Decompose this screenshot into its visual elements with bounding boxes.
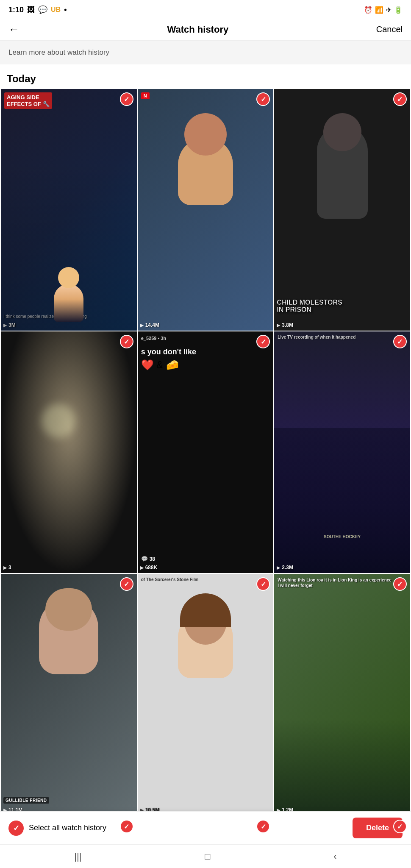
select-all-container: ✓ Select all watch history [8, 821, 106, 836]
ub-icon: UB [51, 6, 61, 14]
video-6-check[interactable]: ✓ [393, 335, 407, 348]
page-title: Watch history [167, 24, 229, 35]
section-title-today: Today [0, 64, 411, 89]
airplane-icon: ✈ [386, 6, 392, 14]
messenger-icon: 💬 [38, 5, 47, 14]
alarm-icon: ⏰ [364, 6, 372, 14]
nav-home-button[interactable]: □ [205, 851, 210, 862]
video-4-check[interactable]: ✓ [120, 335, 133, 348]
video-7-label: GULLIBLE FRIEND [3, 796, 122, 804]
video-2-head [184, 113, 227, 156]
video-item-4[interactable]: ▶ 3 ✓ [1, 331, 137, 573]
video-4-light [42, 404, 75, 438]
photo-icon: 🖼 [27, 6, 35, 14]
video-item-3[interactable]: CHILD MOLESTORSIN PRISON ▶ 3.8M ✓ [274, 89, 410, 331]
wifi-icon: 📶 [375, 6, 383, 14]
video-2-stats: ▶ 14.4M [140, 322, 258, 328]
video-7-check[interactable]: ✓ [120, 577, 133, 591]
cancel-button[interactable]: Cancel [376, 25, 403, 34]
video-9-check[interactable]: ✓ [393, 577, 407, 591]
video-3-text: CHILD MOLESTORSIN PRISON [274, 299, 410, 314]
status-bar-left: 1:10 🖼 💬 UB • [8, 5, 67, 14]
video-5-handle: e_5259 • 3h [141, 336, 167, 341]
video-item-6[interactable]: Live TV recording of when it happened SO… [274, 331, 410, 573]
home-indicator: ||| □ ‹ [0, 844, 411, 868]
video-item-8[interactable]: of The Sorcerer's Stone Film ▶ 10.5M ✓ [138, 574, 274, 815]
video-item-9[interactable]: Watching this Lion roa it is in Lion Kin… [274, 574, 410, 815]
info-banner[interactable]: Learn more about watch history [0, 41, 411, 64]
video-6-stats: ▶ 2.3M [277, 565, 395, 570]
video-10-check[interactable]: ✓ [120, 820, 133, 833]
bottom-action-bar: ✓ Select all watch history Delete [0, 811, 411, 844]
video-4-bg [1, 331, 137, 573]
info-banner-text: Learn more about watch history [8, 48, 109, 56]
video-1-top-text: AGING SIDEEFFECTS OF 🔧 [4, 92, 52, 109]
video-5-stats: ▶ 688K [140, 565, 258, 570]
video-3-stats: ▶ 3.8M [277, 322, 395, 328]
video-6-caption: Live TV recording of when it happened [278, 335, 393, 339]
battery-icon: 🔋 [394, 6, 403, 14]
select-all-label: Select all watch history [29, 823, 106, 832]
video-3-check[interactable]: ✓ [393, 92, 407, 106]
video-grid: AGING SIDEEFFECTS OF 🔧 ▶ 3M I think some… [0, 89, 411, 868]
video-1-check[interactable]: ✓ [120, 92, 133, 106]
video-item-2[interactable]: N ▶ 14.4M ✓ [138, 89, 274, 331]
video-5-comments: 💬 38 [141, 556, 155, 562]
video-item-5[interactable]: e_5259 • 3h s you don't like ❤️ & 🧀 💬 38… [138, 331, 274, 573]
video-5-emoji: ❤️ & 🧀 [141, 359, 179, 371]
nav-recent-button[interactable]: ||| [74, 851, 81, 862]
netflix-badge: N [141, 92, 150, 99]
video-12-check[interactable]: ✓ [393, 820, 407, 833]
video-7-head [45, 588, 92, 631]
status-bar-right: ⏰ 📶 ✈ 🔋 [364, 6, 403, 14]
status-bar: 1:10 🖼 💬 UB • ⏰ 📶 ✈ 🔋 [0, 0, 411, 19]
video-item-1[interactable]: AGING SIDEEFFECTS OF 🔧 ▶ 3M I think some… [1, 89, 137, 331]
video-item-7[interactable]: GULLIBLE FRIEND ▶ 11.1M ✓ [1, 574, 137, 815]
nav-bar: ← Watch history Cancel [0, 19, 411, 41]
video-8-top-text: of The Sorcerer's Stone Film [141, 577, 257, 582]
video-4-stats: ▶ 3 [3, 565, 122, 570]
video-9-caption: Watching this Lion roa it is in Lion Kin… [278, 577, 393, 588]
video-6-jersey: SOUTHE HOCKEY [324, 534, 361, 539]
back-button[interactable]: ← [8, 23, 19, 36]
nav-back-button[interactable]: ‹ [333, 851, 336, 862]
dot-icon: • [64, 6, 67, 14]
select-all-checkbox[interactable]: ✓ [8, 821, 24, 836]
video-3-head [323, 113, 361, 151]
video-5-text: s you don't like [141, 348, 270, 356]
time-display: 1:10 [8, 6, 24, 14]
